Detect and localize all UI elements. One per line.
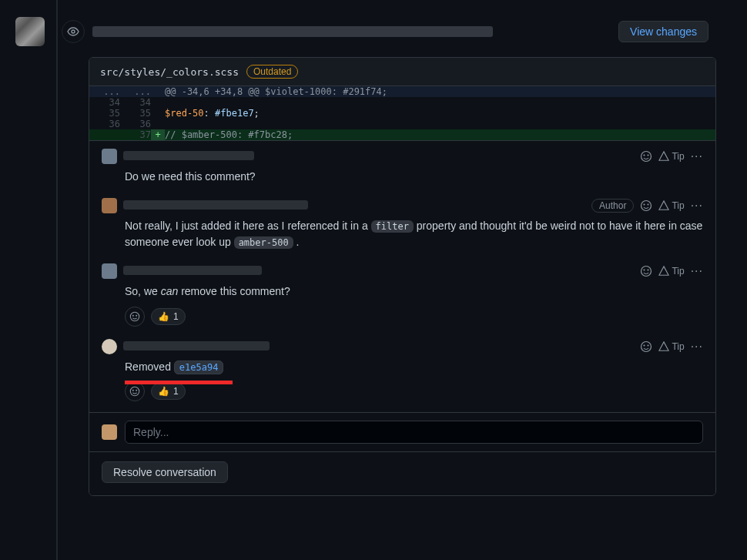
resolve-row: Resolve conversation xyxy=(89,451,715,495)
comment-thread: Tip ··· Do we need this comment? Author xyxy=(89,140,715,495)
svg-point-9 xyxy=(648,270,648,270)
reaction-pill[interactable]: 👍1 xyxy=(151,383,186,400)
author-badge: Author xyxy=(591,199,634,213)
inline-code: filter xyxy=(371,220,414,233)
reply-row xyxy=(89,412,715,451)
avatar[interactable] xyxy=(15,17,45,46)
avatar[interactable] xyxy=(102,198,117,213)
resolve-conversation-button[interactable]: Resolve conversation xyxy=(102,461,228,483)
diff-row: 36 36 xyxy=(89,119,715,129)
kebab-icon[interactable]: ··· xyxy=(691,340,703,353)
emoji-icon[interactable] xyxy=(640,200,652,212)
eye-icon xyxy=(62,20,85,43)
svg-point-4 xyxy=(641,200,652,210)
diff-sign xyxy=(151,86,165,97)
diff-code: // $amber-500: #f7bc28; xyxy=(165,129,715,140)
avatar[interactable] xyxy=(102,149,117,164)
diff-code xyxy=(165,97,715,108)
review-header-left xyxy=(65,20,493,43)
diff-sign xyxy=(151,97,165,108)
diff-sign xyxy=(151,108,165,119)
diff-table: ... ... @@ -34,6 +34,8 @@ $violet-1000: … xyxy=(89,86,715,140)
svg-point-6 xyxy=(648,204,648,205)
svg-point-17 xyxy=(132,391,133,391)
avatar[interactable] xyxy=(102,424,117,440)
diff-sign: + xyxy=(151,129,165,140)
comment-author-redacted xyxy=(123,151,254,160)
hunk-header: @@ -34,6 +34,8 @@ $violet-1000: #291f74; xyxy=(165,86,715,97)
line-num-new: 34 xyxy=(120,97,151,108)
inline-code: amber-500 xyxy=(234,236,293,249)
line-num-old: 35 xyxy=(89,108,120,119)
svg-point-5 xyxy=(644,204,645,205)
svg-point-11 xyxy=(132,315,133,316)
diff-row-add: 37 + // $amber-500: #f7bc28; xyxy=(89,129,715,140)
kebab-icon[interactable]: ··· xyxy=(691,265,703,277)
svg-point-8 xyxy=(644,270,645,270)
commit-sha-link[interactable]: e1e5a94 xyxy=(174,360,224,374)
diff-row: 35 35 $red-50: #fbe1e7; xyxy=(89,108,715,119)
diff-sign xyxy=(151,119,165,129)
reaction-pill[interactable]: 👍1 xyxy=(151,308,186,325)
outdated-badge: Outdated xyxy=(246,65,298,79)
line-num-old: ... xyxy=(89,86,120,97)
svg-point-10 xyxy=(130,312,139,320)
diff-row: 34 34 xyxy=(89,97,715,108)
review-header: View changes xyxy=(62,12,716,51)
line-num-new: 36 xyxy=(120,119,151,129)
svg-point-3 xyxy=(648,155,648,156)
comment: Tip ··· Do we need this comment? xyxy=(89,141,715,190)
diff-hunk-row: ... ... @@ -34,6 +34,8 @@ $violet-1000: … xyxy=(89,86,715,97)
comment: Tip ··· Removed e1e5a94 👍1 xyxy=(89,331,715,413)
file-path[interactable]: src/styles/_colors.scss xyxy=(100,66,239,78)
tip-icon[interactable]: Tip xyxy=(658,341,684,352)
line-num-old: 34 xyxy=(89,97,120,108)
avatar[interactable] xyxy=(102,339,117,354)
reply-input[interactable] xyxy=(125,421,703,444)
svg-point-15 xyxy=(648,345,648,346)
svg-point-16 xyxy=(130,387,139,396)
comment-body: Removed e1e5a94 xyxy=(125,359,703,376)
comment-body: Not really, I just added it here as I re… xyxy=(125,218,703,251)
comment: Author Tip ··· Not really, I just added … xyxy=(89,190,715,256)
svg-point-12 xyxy=(136,315,137,316)
avatar[interactable] xyxy=(102,263,117,279)
svg-point-1 xyxy=(641,152,652,162)
comment-author-redacted xyxy=(123,200,308,210)
comment-author-redacted xyxy=(123,341,270,350)
diff-code: $red-50: #fbe1e7; xyxy=(165,108,715,119)
line-num-old: 36 xyxy=(89,119,120,129)
left-gutter xyxy=(0,0,58,560)
comment: Tip ··· So, we can remove this comment? … xyxy=(89,256,715,331)
view-changes-button[interactable]: View changes xyxy=(618,21,708,42)
reactions: 👍1 xyxy=(125,307,703,327)
emoji-icon[interactable] xyxy=(640,265,652,277)
svg-point-18 xyxy=(136,391,137,391)
tip-icon[interactable]: Tip xyxy=(658,151,684,162)
line-num-new: ... xyxy=(120,86,151,97)
svg-point-13 xyxy=(641,341,652,351)
red-underline-annotation xyxy=(125,381,233,384)
svg-point-14 xyxy=(644,345,645,346)
line-num-new: 35 xyxy=(120,108,151,119)
svg-point-2 xyxy=(644,155,645,156)
tip-icon[interactable]: Tip xyxy=(658,266,684,277)
review-summary-redacted xyxy=(92,26,493,37)
emoji-icon[interactable] xyxy=(640,150,652,163)
comment-body: Do we need this comment? xyxy=(125,169,703,186)
add-reaction-icon[interactable] xyxy=(125,307,145,327)
kebab-icon[interactable]: ··· xyxy=(691,150,703,163)
line-num-old xyxy=(89,129,120,140)
kebab-icon[interactable]: ··· xyxy=(691,200,703,212)
diff-code xyxy=(165,119,715,129)
diff-file-header: src/styles/_colors.scss Outdated xyxy=(89,58,715,86)
tip-icon[interactable]: Tip xyxy=(658,200,684,211)
main-column: View changes src/styles/_colors.scss Out… xyxy=(58,0,747,560)
svg-point-7 xyxy=(641,267,652,277)
emoji-icon[interactable] xyxy=(640,340,652,353)
comment-body: So, we can remove this comment? xyxy=(125,283,703,300)
comment-author-redacted xyxy=(123,266,262,275)
page-root: View changes src/styles/_colors.scss Out… xyxy=(0,0,747,560)
svg-point-0 xyxy=(72,30,75,33)
diff-box: src/styles/_colors.scss Outdated ... ...… xyxy=(89,57,716,496)
